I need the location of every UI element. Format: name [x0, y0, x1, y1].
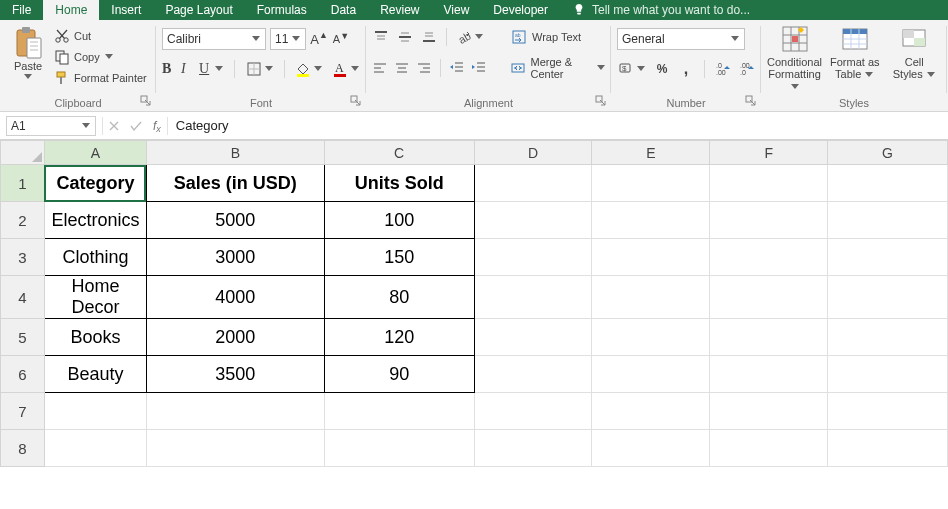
cell-C4[interactable]: 80: [324, 276, 474, 319]
cell-A1[interactable]: Category: [44, 165, 146, 202]
align-right[interactable]: [416, 59, 432, 77]
font-color-button[interactable]: A: [331, 60, 349, 78]
cell-C2[interactable]: 100: [324, 202, 474, 239]
col-header-E[interactable]: E: [592, 141, 710, 165]
cell-D4[interactable]: [474, 276, 592, 319]
tab-home[interactable]: Home: [43, 0, 99, 20]
number-format-dropdown[interactable]: [730, 34, 740, 44]
align-top[interactable]: [372, 28, 390, 46]
alignment-launcher[interactable]: [595, 95, 607, 107]
font-size-combo[interactable]: 11: [270, 28, 306, 50]
copy-dropdown[interactable]: [104, 52, 114, 62]
cell-F4[interactable]: [710, 276, 828, 319]
underline-dropdown[interactable]: [214, 64, 224, 74]
cell-A4[interactable]: Home Decor: [44, 276, 146, 319]
cell-D2[interactable]: [474, 202, 592, 239]
cell-B6[interactable]: 3500: [146, 356, 324, 393]
row-header-4[interactable]: 4: [1, 276, 45, 319]
font-launcher[interactable]: [350, 95, 362, 107]
cs-dropdown[interactable]: [926, 70, 936, 80]
row-header-1[interactable]: 1: [1, 165, 45, 202]
cell-G6[interactable]: [828, 356, 948, 393]
italic-button[interactable]: I: [179, 60, 187, 78]
number-launcher[interactable]: [745, 95, 757, 107]
clipboard-launcher[interactable]: [140, 95, 152, 107]
font-name-dropdown[interactable]: [251, 34, 261, 44]
cell-G5[interactable]: [828, 319, 948, 356]
align-bottom[interactable]: [420, 28, 438, 46]
align-center[interactable]: [394, 59, 410, 77]
row-header-2[interactable]: 2: [1, 202, 45, 239]
enter-formula[interactable]: [125, 112, 147, 139]
cell-E3[interactable]: [592, 239, 710, 276]
cell-F8[interactable]: [710, 430, 828, 467]
col-header-A[interactable]: A: [44, 141, 146, 165]
cell-B2[interactable]: 5000: [146, 202, 324, 239]
cell-E6[interactable]: [592, 356, 710, 393]
fat-dropdown[interactable]: [864, 70, 874, 80]
cell-A8[interactable]: [44, 430, 146, 467]
cell-A3[interactable]: Clothing: [44, 239, 146, 276]
col-header-F[interactable]: F: [710, 141, 828, 165]
paste-icon[interactable]: [13, 26, 43, 60]
cell-D7[interactable]: [474, 393, 592, 430]
increase-indent[interactable]: [471, 59, 487, 77]
cf-dropdown[interactable]: [790, 82, 800, 92]
wrap-text-button[interactable]: ab Wrap Text: [510, 28, 581, 46]
name-box[interactable]: A1: [6, 116, 96, 136]
decrease-font-size[interactable]: A▼: [332, 30, 350, 48]
fill-color-button[interactable]: [294, 60, 312, 78]
tab-formulas[interactable]: Formulas: [245, 0, 319, 20]
orientation-button[interactable]: ab: [455, 28, 473, 46]
tab-view[interactable]: View: [432, 0, 482, 20]
insert-function[interactable]: fx: [147, 119, 167, 133]
col-header-G[interactable]: G: [828, 141, 948, 165]
cell-D3[interactable]: [474, 239, 592, 276]
accounting-dropdown[interactable]: [636, 64, 646, 74]
row-header-5[interactable]: 5: [1, 319, 45, 356]
cell-F6[interactable]: [710, 356, 828, 393]
row-header-6[interactable]: 6: [1, 356, 45, 393]
tab-review[interactable]: Review: [368, 0, 431, 20]
tell-me-search[interactable]: Tell me what you want to do...: [560, 0, 948, 20]
fill-color-dropdown[interactable]: [313, 64, 323, 74]
cell-B3[interactable]: 3000: [146, 239, 324, 276]
col-header-D[interactable]: D: [474, 141, 592, 165]
cell-B8[interactable]: [146, 430, 324, 467]
cell-E1[interactable]: [592, 165, 710, 202]
cell-A5[interactable]: Books: [44, 319, 146, 356]
font-color-dropdown[interactable]: [350, 64, 360, 74]
formula-input[interactable]: Category: [168, 118, 948, 133]
cell-F3[interactable]: [710, 239, 828, 276]
row-header-8[interactable]: 8: [1, 430, 45, 467]
tab-file[interactable]: File: [0, 0, 43, 20]
cell-A6[interactable]: Beauty: [44, 356, 146, 393]
col-header-B[interactable]: B: [146, 141, 324, 165]
cell-G8[interactable]: [828, 430, 948, 467]
cell-C3[interactable]: 150: [324, 239, 474, 276]
cell-C6[interactable]: 90: [324, 356, 474, 393]
cell-B5[interactable]: 2000: [146, 319, 324, 356]
font-name-combo[interactable]: Calibri: [162, 28, 266, 50]
cell-C7[interactable]: [324, 393, 474, 430]
cell-B1[interactable]: Sales (in USD): [146, 165, 324, 202]
merge-center-dropdown[interactable]: [597, 63, 605, 73]
cell-G7[interactable]: [828, 393, 948, 430]
accounting-format[interactable]: $: [617, 60, 635, 78]
cell-D1[interactable]: [474, 165, 592, 202]
copy-button[interactable]: Copy: [54, 49, 147, 65]
cut-button[interactable]: Cut: [54, 28, 147, 44]
cell-D6[interactable]: [474, 356, 592, 393]
comma-style[interactable]: ,: [678, 60, 694, 78]
cell-C5[interactable]: 120: [324, 319, 474, 356]
cell-C1[interactable]: Units Sold: [324, 165, 474, 202]
tab-page-layout[interactable]: Page Layout: [153, 0, 244, 20]
cell-D5[interactable]: [474, 319, 592, 356]
decrease-decimal[interactable]: .00.0: [739, 60, 755, 78]
underline-button[interactable]: U: [195, 60, 213, 78]
cell-F1[interactable]: [710, 165, 828, 202]
cell-A2[interactable]: Electronics: [44, 202, 146, 239]
cell-C8[interactable]: [324, 430, 474, 467]
increase-font-size[interactable]: A▲: [310, 30, 328, 48]
borders-button[interactable]: [245, 60, 263, 78]
